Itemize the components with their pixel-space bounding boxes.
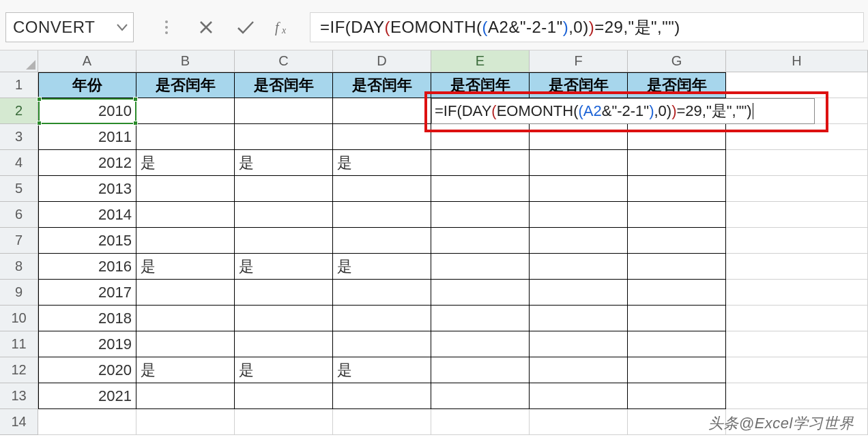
cell[interactable]: [530, 306, 628, 331]
col-header-C[interactable]: C: [235, 50, 333, 72]
cell[interactable]: [726, 331, 868, 357]
cell[interactable]: [136, 306, 235, 331]
cell[interactable]: [235, 280, 333, 306]
cell[interactable]: 是: [333, 357, 431, 383]
row-header-4[interactable]: 4: [0, 150, 38, 176]
cell[interactable]: 2019: [38, 331, 136, 357]
cell[interactable]: [136, 280, 235, 306]
cell[interactable]: [530, 176, 628, 202]
cell[interactable]: 2013: [38, 176, 136, 202]
cell[interactable]: [628, 383, 726, 409]
cell[interactable]: [530, 124, 628, 150]
cell[interactable]: [726, 254, 868, 280]
cell[interactable]: 2015: [38, 228, 136, 254]
cell[interactable]: 2020: [38, 357, 136, 383]
cell[interactable]: [235, 202, 333, 228]
cell[interactable]: [136, 124, 235, 150]
cell[interactable]: [628, 357, 726, 383]
header-cell[interactable]: 是否闰年: [333, 72, 431, 98]
row-header-2[interactable]: 2: [0, 98, 38, 124]
cell[interactable]: [333, 124, 431, 150]
enter-icon[interactable]: [233, 15, 258, 40]
cell[interactable]: [136, 98, 235, 124]
cell[interactable]: 是: [136, 254, 235, 280]
cell[interactable]: [628, 306, 726, 331]
cell-grid[interactable]: 年份是否闰年是否闰年是否闰年是否闰年是否闰年是否闰年201020112012是是…: [38, 72, 868, 435]
cell[interactable]: 2012: [38, 150, 136, 176]
cell[interactable]: [333, 228, 431, 254]
cell[interactable]: [530, 202, 628, 228]
cell[interactable]: [333, 306, 431, 331]
header-cell[interactable]: 是否闰年: [628, 72, 726, 98]
more-icon[interactable]: [154, 15, 179, 40]
cell[interactable]: [333, 176, 431, 202]
cell[interactable]: [235, 409, 333, 435]
cell[interactable]: [726, 176, 868, 202]
header-cell[interactable]: 是否闰年: [235, 72, 333, 98]
header-cell[interactable]: 是否闰年: [136, 72, 235, 98]
cell[interactable]: [333, 331, 431, 357]
cell[interactable]: [726, 383, 868, 409]
chevron-down-icon[interactable]: [117, 23, 128, 31]
cell[interactable]: [431, 357, 530, 383]
cell[interactable]: [628, 124, 726, 150]
col-header-B[interactable]: B: [136, 50, 235, 72]
row-header-5[interactable]: 5: [0, 176, 38, 202]
cell[interactable]: 是: [235, 150, 333, 176]
cell[interactable]: [628, 176, 726, 202]
cell[interactable]: [530, 357, 628, 383]
cell[interactable]: 2017: [38, 280, 136, 306]
row-header-1[interactable]: 1: [0, 72, 38, 98]
cell[interactable]: [530, 228, 628, 254]
cell[interactable]: [136, 176, 235, 202]
cell[interactable]: [235, 331, 333, 357]
cell[interactable]: [726, 202, 868, 228]
cell[interactable]: [333, 383, 431, 409]
cell[interactable]: 2018: [38, 306, 136, 331]
col-header-A[interactable]: A: [38, 50, 136, 72]
cell[interactable]: 2014: [38, 202, 136, 228]
cell[interactable]: [136, 331, 235, 357]
col-header-F[interactable]: F: [530, 50, 628, 72]
cell[interactable]: [431, 228, 530, 254]
cell[interactable]: [628, 280, 726, 306]
cell[interactable]: [333, 409, 431, 435]
cell[interactable]: [431, 306, 530, 331]
col-header-H[interactable]: H: [726, 50, 868, 72]
cell[interactable]: 2011: [38, 124, 136, 150]
cell[interactable]: 是: [235, 254, 333, 280]
cell[interactable]: [628, 150, 726, 176]
cell[interactable]: [333, 202, 431, 228]
cell-editor[interactable]: =IF(DAY(EOMONTH((A2&"-2-1"),0))=29,"是","…: [431, 98, 815, 124]
col-header-G[interactable]: G: [628, 50, 726, 72]
cell[interactable]: [136, 202, 235, 228]
row-header-8[interactable]: 8: [0, 254, 38, 280]
cell[interactable]: [235, 98, 333, 124]
cell[interactable]: [431, 331, 530, 357]
row-header-7[interactable]: 7: [0, 228, 38, 254]
cell[interactable]: [431, 409, 530, 435]
cell[interactable]: [726, 280, 868, 306]
cell[interactable]: 是: [333, 150, 431, 176]
row-header-9[interactable]: 9: [0, 280, 38, 306]
cell[interactable]: [431, 280, 530, 306]
cell[interactable]: [530, 383, 628, 409]
cell[interactable]: 是: [136, 357, 235, 383]
cell[interactable]: [235, 383, 333, 409]
cancel-icon[interactable]: [194, 15, 218, 40]
header-cell[interactable]: 年份: [38, 72, 136, 98]
cell[interactable]: [726, 228, 868, 254]
cell[interactable]: [431, 254, 530, 280]
cell[interactable]: [628, 228, 726, 254]
cell[interactable]: [431, 124, 530, 150]
cell[interactable]: [726, 124, 868, 150]
cell[interactable]: [235, 306, 333, 331]
cell[interactable]: [431, 150, 530, 176]
cell[interactable]: [431, 176, 530, 202]
col-header-D[interactable]: D: [333, 50, 431, 72]
header-cell[interactable]: 是否闰年: [530, 72, 628, 98]
row-header-6[interactable]: 6: [0, 202, 38, 228]
row-header-10[interactable]: 10: [0, 306, 38, 331]
cell[interactable]: [726, 357, 868, 383]
cell[interactable]: [235, 124, 333, 150]
